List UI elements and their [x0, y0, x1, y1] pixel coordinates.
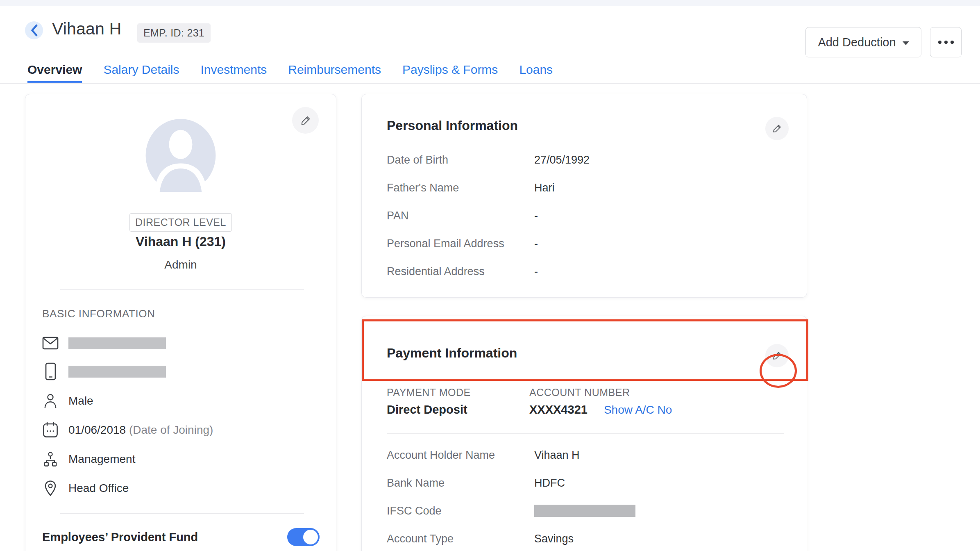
mobile-icon	[42, 362, 59, 380]
chevron-left-icon	[30, 24, 38, 36]
back-button[interactable]	[25, 21, 43, 39]
redacted-ifsc	[534, 505, 635, 517]
phone-row	[42, 362, 166, 380]
department-row: Management	[42, 450, 135, 468]
basic-information-heading: BASIC INFORMATION	[42, 307, 155, 320]
payment-information-title: Payment Information	[387, 346, 517, 361]
table-row: Father's Name Hari	[387, 181, 786, 194]
location-pin-icon	[42, 480, 59, 496]
more-actions-button[interactable]	[930, 27, 962, 57]
table-row: IFSC Code	[387, 504, 786, 517]
payment-mode-value: Direct Deposit	[387, 403, 529, 417]
show-account-number-link[interactable]: Show A/C No	[604, 403, 672, 417]
table-row: Personal Email Address -	[387, 237, 786, 250]
tab-loans[interactable]: Loans	[519, 63, 553, 83]
tab-bar: Overview Salary Details Investments Reim…	[0, 57, 980, 84]
employee-role: Admin	[25, 258, 336, 271]
personal-information-card: Personal Information Date of Birth 27/05…	[361, 94, 807, 298]
table-row: Residential Address -	[387, 265, 786, 278]
avatar	[144, 119, 218, 192]
tab-salary-details[interactable]: Salary Details	[103, 63, 179, 83]
edit-payment-info-button[interactable]	[765, 344, 789, 367]
designation-badge: DIRECTOR LEVEL	[129, 213, 232, 232]
top-strip	[0, 0, 980, 6]
gender-value: Male	[68, 394, 93, 408]
payment-mode-label: PAYMENT MODE	[387, 387, 529, 398]
pencil-icon	[299, 114, 312, 127]
account-number-masked: XXXX4321	[529, 403, 588, 417]
redacted-phone	[68, 366, 166, 378]
department-value: Management	[68, 453, 135, 466]
add-deduction-label: Add Deduction	[818, 36, 896, 49]
tab-investments[interactable]: Investments	[201, 63, 267, 83]
payment-column-headers: PAYMENT MODE ACCOUNT NUMBER	[387, 387, 630, 398]
pencil-icon	[771, 350, 783, 361]
divider	[60, 289, 304, 290]
edit-profile-button[interactable]	[292, 107, 319, 134]
table-row: Account Type Savings	[387, 532, 786, 545]
tab-overview[interactable]: Overview	[27, 63, 82, 83]
location-row: Head Office	[42, 479, 129, 497]
location-value: Head Office	[68, 482, 129, 495]
personal-information-title: Personal Information	[387, 118, 518, 133]
employee-name: Vihaan H (231)	[25, 234, 336, 249]
epf-label: Employees’ Provident Fund	[42, 531, 198, 544]
account-number-label: ACCOUNT NUMBER	[529, 387, 630, 398]
add-deduction-button[interactable]: Add Deduction	[805, 27, 921, 57]
hierarchy-icon	[42, 451, 59, 467]
epf-row: Employees’ Provident Fund	[42, 528, 320, 546]
email-row	[42, 334, 166, 352]
table-row: Bank Name HDFC	[387, 476, 786, 490]
edit-personal-info-button[interactable]	[765, 117, 789, 140]
employee-id-badge: EMP. ID: 231	[137, 23, 211, 43]
pencil-icon	[771, 123, 783, 134]
joining-date-row: 01/06/2018 (Date of Joining)	[42, 421, 213, 439]
payment-column-values: Direct Deposit XXXX4321 Show A/C No	[387, 403, 672, 417]
epf-toggle[interactable]	[287, 528, 320, 546]
payment-info-rows: Account Holder Name Vihaan H Bank Name H…	[387, 449, 786, 545]
gender-row: Male	[42, 392, 93, 410]
ellipsis-icon	[938, 41, 941, 44]
tab-reimbursements[interactable]: Reimbursements	[288, 63, 381, 83]
mail-icon	[42, 337, 59, 350]
redacted-email	[68, 337, 166, 349]
table-row: Date of Birth 27/05/1992	[387, 153, 786, 166]
payment-information-card: Payment Information PAYMENT MODE ACCOUNT…	[361, 316, 807, 551]
personal-info-rows: Date of Birth 27/05/1992 Father's Name H…	[387, 153, 786, 278]
employee-profile-card: DIRECTOR LEVEL Vihaan H (231) Admin BASI…	[25, 94, 336, 551]
person-icon	[42, 393, 59, 409]
tab-payslips-forms[interactable]: Payslips & Forms	[402, 63, 498, 83]
table-row: PAN -	[387, 209, 786, 222]
joining-date-value: 01/06/2018 (Date of Joining)	[68, 423, 213, 437]
table-row: Account Holder Name Vihaan H	[387, 449, 786, 462]
calendar-icon	[42, 422, 59, 438]
chevron-down-icon	[903, 41, 909, 45]
divider	[60, 513, 304, 514]
page-title: Vihaan H	[52, 19, 122, 39]
divider	[387, 433, 784, 434]
